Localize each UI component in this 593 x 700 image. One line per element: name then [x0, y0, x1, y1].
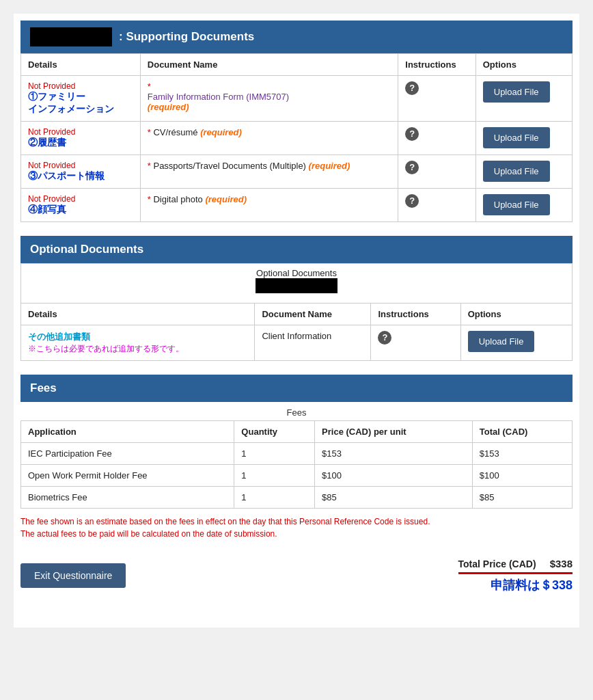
row4-options: Upload File — [475, 189, 572, 222]
help-icon-3[interactable]: ? — [405, 161, 419, 174]
optional-documents-table: Optional Documents Details Document Name… — [20, 263, 573, 361]
row3-instructions: ? — [398, 155, 475, 189]
doc-name-2: CV/résumé — [153, 127, 197, 137]
japanese-label-4: ④顔写真 — [28, 204, 66, 215]
total-price-amount: $338 — [550, 558, 573, 569]
footer-row: Exit Questionnaire Total Price (CAD) $33… — [20, 551, 573, 607]
japanese-label-3: ③パスポート情報 — [28, 170, 133, 183]
opt-row1-options: Upload File — [460, 325, 572, 361]
table-row: Not Provided ③パスポート情報 * Passports/Travel… — [21, 155, 573, 189]
table-row: Biometrics Fee 1 $85 $85 — [21, 487, 573, 509]
row1-docname: * Family Information Form (IMM5707) (req… — [140, 76, 398, 122]
doc-required-4: (required) — [205, 194, 247, 204]
upload-button-3[interactable]: Upload File — [483, 161, 550, 182]
fees-center-label: Fees — [20, 402, 573, 420]
table-row: IEC Participation Fee 1 $153 $153 — [21, 443, 573, 465]
upload-button-2[interactable]: Upload File — [483, 127, 550, 148]
opt-col-instructions: Instructions — [371, 304, 460, 325]
fee-row3-application: Biometrics Fee — [21, 487, 234, 509]
supporting-documents-section: : Supporting Documents Details Document … — [20, 21, 573, 222]
not-provided-label-3: Not Provided — [28, 161, 133, 170]
fee-row2-total: $100 — [472, 465, 572, 487]
optional-cyan-label: その他追加書類 — [28, 331, 247, 343]
fees-table: Application Quantity Price (CAD) per uni… — [20, 420, 573, 509]
table-row: Open Work Permit Holder Fee 1 $100 $100 — [21, 465, 573, 487]
japanese-label-1: ①ファミリーインフォメーション — [28, 91, 133, 116]
optional-documents-section: Optional Documents Optional Documents De… — [20, 236, 573, 361]
fees-col-total: Total (CAD) — [472, 421, 572, 443]
optional-pink-note: ※こちらは必要であれば追加する形です。 — [28, 343, 247, 355]
doc-name-4: Digital photo — [153, 194, 202, 204]
row3-docname: * Passports/Travel Documents (Multiple) … — [140, 155, 398, 189]
opt-upload-button-1[interactable]: Upload File — [468, 331, 535, 352]
fee-row1-price: $153 — [315, 443, 473, 465]
doc-required-2: (required) — [200, 127, 242, 137]
fees-header: Fees — [20, 375, 573, 402]
fee-row1-total: $153 — [472, 443, 572, 465]
total-price-label: Total Price (CAD) — [458, 558, 536, 569]
doc-name-3: Passports/Travel Documents (Multiple) — [153, 161, 305, 171]
fees-section: Fees Fees Application Quantity Price (CA… — [20, 375, 573, 607]
fee-row1-quantity: 1 — [234, 443, 315, 465]
row1-instructions: ? — [398, 76, 475, 122]
help-icon-2[interactable]: ? — [405, 127, 419, 141]
fee-note: The fee shown is an estimate based on th… — [20, 515, 573, 540]
supporting-documents-title: : Supporting Documents — [119, 30, 254, 44]
row1-details: Not Provided ①ファミリーインフォメーション — [21, 76, 141, 122]
japanese-label-2: ②履歴書 — [28, 137, 133, 149]
supporting-documents-table: Details Document Name Instructions Optio… — [20, 53, 573, 222]
col-details-header: Details — [21, 54, 141, 76]
exit-questionnaire-button[interactable]: Exit Questionnaire — [20, 563, 126, 588]
fee-row2-application: Open Work Permit Holder Fee — [21, 465, 234, 487]
fees-col-application: Application — [21, 421, 234, 443]
opt-row1-docname: Client Information — [255, 325, 371, 361]
row2-details: Not Provided ②履歴書 — [21, 122, 141, 155]
not-provided-label-4: Not Provided — [28, 194, 133, 204]
col-docname-header: Document Name — [140, 54, 398, 76]
table-row: Not Provided ②履歴書 * CV/résumé (required)… — [21, 122, 573, 155]
row2-docname: * CV/résumé (required) — [140, 122, 398, 155]
table-row: Not Provided ④顔写真 * Digital photo (requi… — [21, 189, 573, 222]
opt-help-icon-1[interactable]: ? — [378, 331, 391, 345]
fees-col-price: Price (CAD) per unit — [315, 421, 473, 443]
fee-row2-quantity: 1 — [234, 465, 315, 487]
fee-note-line2: The actual fees to be paid will be calcu… — [20, 528, 573, 540]
optional-center-label: Optional Documents — [25, 268, 568, 278]
row4-instructions: ? — [398, 189, 475, 222]
optional-black-box — [256, 278, 337, 293]
optional-documents-header: Optional Documents — [20, 236, 573, 263]
page-wrapper: : Supporting Documents Details Document … — [14, 14, 579, 628]
fee-note-line1: The fee shown is an estimate based on th… — [20, 515, 573, 528]
help-icon-4[interactable]: ? — [405, 194, 419, 208]
table-row: Not Provided ①ファミリーインフォメーション * Family In… — [21, 76, 573, 122]
not-provided-label-2: Not Provided — [28, 127, 133, 137]
row4-docname: * Digital photo (required) — [140, 189, 398, 222]
opt-doc-name-1: Client Information — [262, 331, 331, 341]
row3-options: Upload File — [475, 155, 572, 189]
total-japanese-label: 申請料は＄338 — [458, 577, 573, 593]
upload-button-4[interactable]: Upload File — [483, 194, 550, 215]
fee-row3-total: $85 — [472, 487, 572, 509]
upload-button-1[interactable]: Upload File — [483, 81, 550, 103]
doc-required-3: (required) — [309, 161, 350, 171]
supporting-documents-header: : Supporting Documents — [20, 21, 573, 53]
doc-required-1: (required) — [148, 102, 189, 112]
optional-center-cell: Optional Documents — [21, 264, 573, 304]
fee-row3-price: $85 — [315, 487, 473, 509]
doc-name-1: Family Information Form (IMM5707) — [148, 92, 289, 102]
not-provided-label: Not Provided — [28, 81, 133, 91]
opt-row1-details: その他追加書類 ※こちらは必要であれば追加する形です。 — [21, 325, 255, 361]
fee-row3-quantity: 1 — [234, 487, 315, 509]
help-icon-1[interactable]: ? — [405, 81, 419, 95]
row1-options: Upload File — [475, 76, 572, 122]
opt-col-options: Options — [460, 304, 572, 325]
col-instructions-header: Instructions — [398, 54, 475, 76]
header-black-box — [30, 27, 112, 46]
row2-options: Upload File — [475, 122, 572, 155]
fee-row1-application: IEC Participation Fee — [21, 443, 234, 465]
fees-title: Fees — [30, 381, 57, 395]
fee-row2-price: $100 — [315, 465, 473, 487]
row4-details: Not Provided ④顔写真 — [21, 189, 141, 222]
table-row: その他追加書類 ※こちらは必要であれば追加する形です。 Client Infor… — [21, 325, 573, 361]
total-area: Total Price (CAD) $338 申請料は＄338 — [458, 558, 573, 593]
